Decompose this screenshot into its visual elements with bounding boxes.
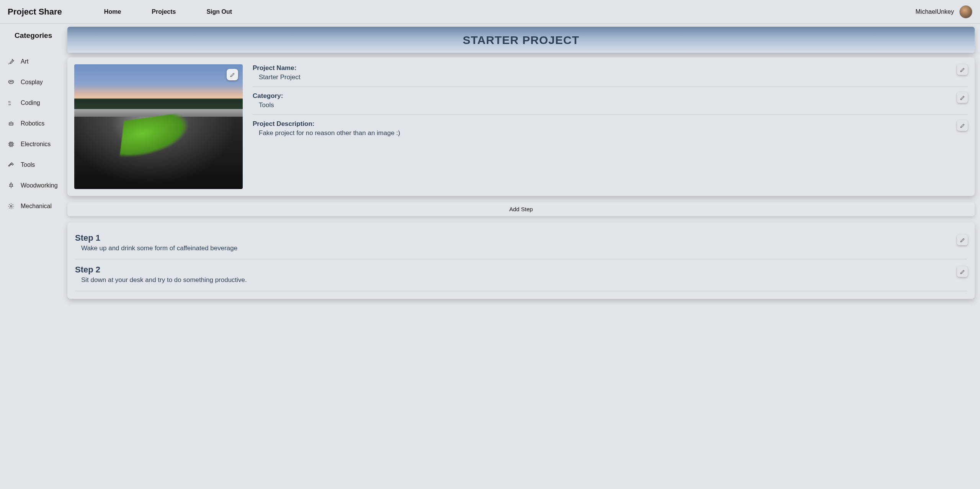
svg-point-5 <box>10 124 11 124</box>
category-list: Art Cosplay 0110 Coding Robotics Electro… <box>0 51 67 217</box>
field-category: Category: Tools <box>253 92 968 115</box>
robot-icon <box>8 120 15 127</box>
sidebar-title: Categories <box>0 31 67 44</box>
svg-point-1 <box>11 81 12 82</box>
tree-icon <box>8 182 15 189</box>
nav-links: Home Projects Sign Out <box>104 8 232 15</box>
field-label: Project Name: <box>253 64 968 72</box>
avatar[interactable] <box>959 5 972 18</box>
sidebar-item-art[interactable]: Art <box>0 51 67 72</box>
nav-signout[interactable]: Sign Out <box>206 8 232 15</box>
edit-description-button[interactable] <box>957 120 968 131</box>
field-description: Project Description: Fake project for no… <box>253 120 968 142</box>
project-image <box>74 64 243 189</box>
svg-point-9 <box>10 205 12 207</box>
sidebar-item-woodworking[interactable]: Woodworking <box>0 175 67 196</box>
field-label: Project Description: <box>253 120 968 128</box>
edit-step-button[interactable] <box>957 235 968 245</box>
svg-text:10: 10 <box>8 103 11 106</box>
binary-icon: 0110 <box>8 99 15 106</box>
add-step-button[interactable]: Add Step <box>67 202 975 216</box>
edit-name-button[interactable] <box>957 64 968 75</box>
steps-card: Step 1 Wake up and drink some form of ca… <box>67 222 975 299</box>
svg-point-0 <box>10 81 11 82</box>
sidebar-item-label: Electronics <box>21 141 51 148</box>
step-title: Step 1 <box>75 233 967 243</box>
step-text: Wake up and drink some form of caffeinat… <box>81 245 967 252</box>
sidebar-item-label: Coding <box>21 99 40 106</box>
main-content: STARTER PROJECT Project Name: Starter Pr… <box>67 24 980 489</box>
sidebar-item-label: Cosplay <box>21 79 43 86</box>
brush-icon <box>8 58 15 65</box>
field-value: Tools <box>259 101 968 109</box>
edit-step-button[interactable] <box>957 266 968 277</box>
svg-point-6 <box>11 124 12 124</box>
chip-icon <box>8 141 15 148</box>
page-title: STARTER PROJECT <box>67 34 975 47</box>
nav-projects[interactable]: Projects <box>152 8 176 15</box>
svg-rect-7 <box>10 143 13 146</box>
sidebar-item-mechanical[interactable]: Mechanical <box>0 196 67 217</box>
project-info-card: Project Name: Starter Project Category: … <box>67 57 975 196</box>
sidebar-item-label: Tools <box>21 161 35 168</box>
sidebar-item-robotics[interactable]: Robotics <box>0 113 67 134</box>
sidebar-item-electronics[interactable]: Electronics <box>0 134 67 155</box>
svg-rect-8 <box>10 143 12 145</box>
step-title: Step 2 <box>75 265 967 275</box>
step-block: Step 2 Sit down at your desk and try to … <box>75 265 967 291</box>
page-title-banner: STARTER PROJECT <box>67 27 975 53</box>
field-value: Starter Project <box>259 73 968 81</box>
add-step-label: Add Step <box>509 206 533 212</box>
sidebar: Categories Art Cosplay 0110 Coding Robot… <box>0 24 67 489</box>
project-fields: Project Name: Starter Project Category: … <box>253 64 968 189</box>
username-label[interactable]: MichaelUnkey <box>916 8 954 15</box>
field-project-name: Project Name: Starter Project <box>253 64 968 87</box>
sidebar-item-label: Mechanical <box>21 203 52 210</box>
mask-icon <box>8 79 15 86</box>
edit-category-button[interactable] <box>957 92 968 103</box>
sidebar-item-label: Art <box>21 58 28 65</box>
gear-icon <box>8 203 15 210</box>
step-text: Sit down at your desk and try to do some… <box>81 276 967 284</box>
field-label: Category: <box>253 92 968 100</box>
edit-image-button[interactable] <box>227 69 238 80</box>
sidebar-item-tools[interactable]: Tools <box>0 155 67 175</box>
top-nav: Project Share Home Projects Sign Out Mic… <box>0 0 980 24</box>
hammer-icon <box>8 161 15 168</box>
nav-home[interactable]: Home <box>104 8 121 15</box>
step-block: Step 1 Wake up and drink some form of ca… <box>75 233 967 259</box>
field-value: Fake project for no reason other than an… <box>259 129 968 137</box>
svg-text:01: 01 <box>8 101 11 103</box>
sidebar-item-label: Robotics <box>21 120 44 127</box>
sidebar-item-label: Woodworking <box>21 182 58 189</box>
brand-title[interactable]: Project Share <box>8 7 62 17</box>
sidebar-item-cosplay[interactable]: Cosplay <box>0 72 67 93</box>
sidebar-item-coding[interactable]: 0110 Coding <box>0 93 67 113</box>
